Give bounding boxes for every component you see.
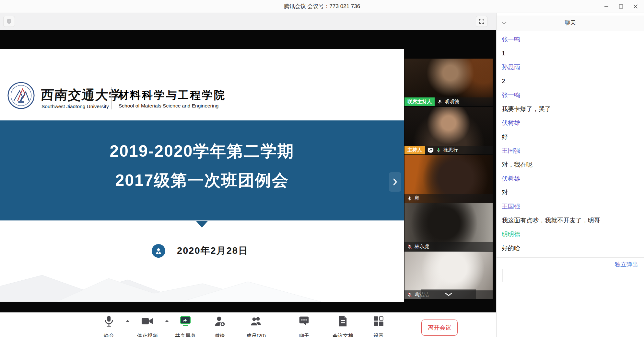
video-tile-xusixing[interactable]: 主持人 徐思行 (404, 107, 493, 154)
toolbar-item-label: 共享屏幕 (170, 333, 201, 337)
chat-button[interactable]: 聊天 (288, 315, 320, 337)
meeting-security-button[interactable] (3, 16, 15, 27)
shield-plus-icon (6, 18, 12, 25)
chat-message: 1 (497, 46, 644, 60)
minimize-button[interactable] (599, 0, 614, 13)
mute-button[interactable]: 静音 (93, 315, 124, 337)
close-icon (633, 4, 638, 9)
participant-info-bar: 释 (404, 194, 493, 203)
chat-message: 我这面有点吵，我就不开麦了，明哥 (497, 213, 644, 227)
chat-message-list: 张一鸣 1 孙思雨 2 张一鸣 我要卡爆了，哭了 伏树雄 好 王国强 对，我在呢… (497, 32, 644, 255)
window-titlebar: 腾讯会议 会议号：773 021 736 (0, 0, 644, 13)
slide-date: 2020年2月28日 (177, 244, 248, 257)
camera-options-caret[interactable] (165, 320, 169, 322)
chat-sender: 伏树雄 (497, 116, 644, 130)
chat-sender: 明明德 (497, 227, 644, 241)
stop-video-button[interactable]: 停止视频 (132, 315, 163, 337)
chat-panel: 聊天 张一鸣 1 孙思雨 2 张一鸣 我要卡爆了，哭了 伏树雄 好 王国强 对，… (496, 13, 644, 337)
mic-muted-icon (407, 292, 412, 298)
slide-date-row: 2020年2月28日 (152, 244, 248, 258)
chevron-right-icon (393, 178, 397, 186)
participant-info-bar: 主持人 徐思行 (404, 146, 493, 154)
camera-icon (141, 315, 154, 327)
toolbar-item-label: 停止视频 (132, 333, 163, 337)
meeting-docs-button[interactable]: 会议文档 (327, 315, 358, 337)
mic-speaking-icon (436, 148, 441, 153)
slide-title-band: 2019-2020学年第二学期 2017级第一次班团例会 (0, 120, 404, 220)
settings-button[interactable]: 设置 (363, 315, 394, 337)
chat-message: 2 (497, 74, 644, 88)
participant-name: 徐思行 (443, 147, 458, 153)
chat-bubble-icon (298, 315, 310, 327)
band-pointer-triangle (196, 221, 208, 228)
share-screen-icon (180, 315, 191, 327)
invite-person-icon (214, 315, 226, 327)
decorative-mountains (0, 269, 404, 302)
chat-message: 对，我在呢 (497, 158, 644, 172)
chat-sender: 孙思雨 (497, 60, 644, 74)
video-tile-shi[interactable]: 释 (404, 155, 493, 203)
stage-toolbar (0, 13, 496, 30)
mic-icon (103, 315, 114, 327)
meeting-toolbar: 静音 停止视频 共享屏幕 邀请 成员( (0, 312, 496, 337)
participant-info-bar: 联席主持人 明明德 (404, 97, 493, 106)
toolbar-item-label: 静音 (93, 333, 124, 337)
chat-message: 好的哈 (497, 241, 644, 255)
slide-title-line2: 2017级第一次班团例会 (0, 170, 404, 191)
chat-title: 聊天 (497, 16, 644, 30)
chat-sender: 伏树雄 (497, 172, 644, 185)
university-emblem (7, 82, 35, 109)
chat-input-divider (497, 257, 644, 258)
logo-divider (111, 87, 112, 109)
toolbar-item-label: 聊天 (288, 333, 320, 337)
next-slide-button[interactable] (389, 172, 401, 192)
toolbar-item-label: 会议文档 (327, 333, 358, 337)
members-button[interactable]: 成员(20) (240, 315, 272, 337)
university-name-en: Southwest Jiaotong University (41, 104, 109, 109)
chat-message: 对 (497, 185, 644, 199)
person-icon (155, 247, 162, 255)
chat-input-area[interactable] (497, 268, 644, 337)
chat-message: 我要卡爆了，哭了 (497, 102, 644, 116)
chat-header: 聊天 (497, 16, 644, 30)
host-badge: 主持人 (404, 146, 425, 154)
chat-sender: 张一鸣 (497, 32, 644, 46)
members-icon (250, 315, 262, 327)
mic-on-icon (407, 196, 412, 201)
school-name-cn: 材料科学与工程学院 (118, 88, 226, 103)
presenter-avatar-icon (152, 244, 165, 258)
mic-options-caret[interactable] (126, 320, 130, 322)
toolbar-item-label: 设置 (363, 333, 394, 337)
video-tile-gejiejie[interactable]: 葛洁洁 (404, 252, 493, 299)
toolbar-item-label: 邀请 (204, 333, 235, 337)
cohost-badge: 联席主持人 (404, 97, 435, 106)
close-button[interactable] (628, 0, 643, 13)
window-controls (599, 0, 643, 13)
window-title: 腾讯会议 会议号：773 021 736 (0, 0, 644, 13)
participant-name: 明明德 (445, 99, 459, 105)
video-tile-lindonghu[interactable]: 林东虎 (404, 203, 493, 251)
invite-button[interactable]: 邀请 (204, 315, 235, 337)
video-tile-mingmingde[interactable]: 联席主持人 明明德 (404, 59, 493, 106)
fullscreen-icon (479, 18, 485, 24)
chat-message: 好 (497, 130, 644, 144)
university-name-cn: 西南交通大学 (40, 86, 111, 104)
settings-grid-icon (373, 315, 384, 327)
chat-sender: 张一鸣 (497, 88, 644, 102)
participant-name: 林东虎 (415, 243, 429, 250)
maximize-icon (618, 4, 624, 9)
slide-title-line1: 2019-2020学年第二学期 (0, 140, 404, 162)
fullscreen-button[interactable] (476, 16, 487, 27)
mic-muted-icon (407, 244, 412, 249)
popout-chat-link[interactable]: 独立弹出 (615, 261, 638, 268)
chat-sender: 王国强 (497, 199, 644, 213)
toolbar-item-label: 成员(20) (240, 333, 272, 337)
leave-meeting-button[interactable]: 离开会议 (421, 320, 458, 336)
participant-name: 释 (415, 195, 419, 201)
screen-share-icon (427, 148, 434, 153)
collapse-video-strip-button[interactable] (421, 289, 476, 299)
mic-on-icon (437, 99, 442, 105)
shared-slide: 西南交通大学 Southwest Jiaotong University 材料科… (0, 49, 404, 302)
share-screen-button[interactable]: 共享屏幕 (170, 315, 201, 337)
maximize-button[interactable] (614, 0, 628, 13)
